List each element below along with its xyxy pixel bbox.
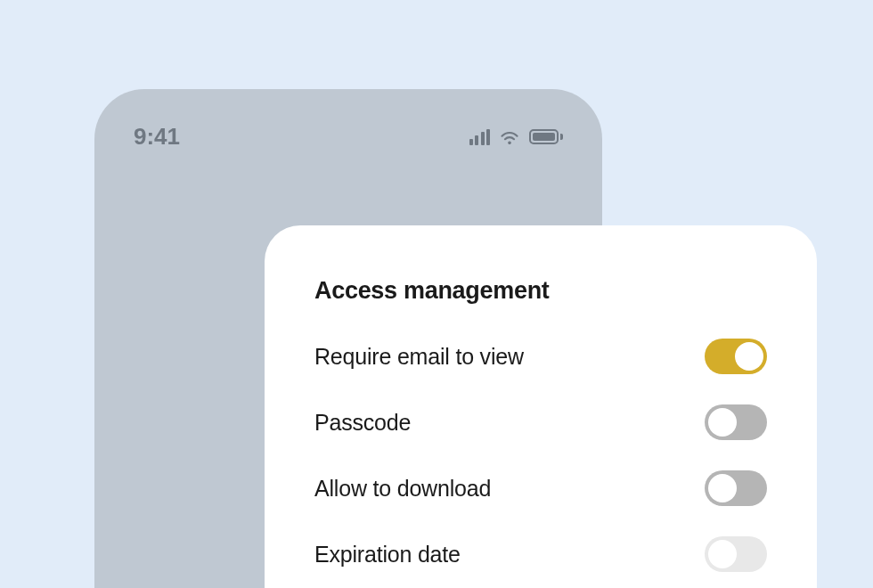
toggle-require-email[interactable] xyxy=(705,339,767,374)
setting-expiration-date: Expiration date xyxy=(314,536,767,572)
access-management-panel: Access management Require email to view … xyxy=(265,225,817,588)
toggle-allow-download[interactable] xyxy=(705,470,767,506)
status-icons xyxy=(469,127,564,148)
panel-title: Access management xyxy=(314,277,767,305)
signal-icon xyxy=(469,129,491,145)
setting-label: Require email to view xyxy=(314,344,524,370)
battery-icon xyxy=(529,129,563,144)
toggle-expiration-date[interactable] xyxy=(705,536,767,572)
setting-passcode: Passcode xyxy=(314,404,767,440)
toggle-passcode[interactable] xyxy=(705,404,767,440)
setting-label: Allow to download xyxy=(314,476,491,502)
status-time: 9:41 xyxy=(134,123,180,151)
setting-label: Expiration date xyxy=(314,542,461,568)
setting-label: Passcode xyxy=(314,410,411,436)
wifi-icon xyxy=(499,127,520,148)
setting-allow-download: Allow to download xyxy=(314,470,767,506)
status-bar: 9:41 xyxy=(94,89,602,151)
setting-require-email: Require email to view xyxy=(314,339,767,374)
